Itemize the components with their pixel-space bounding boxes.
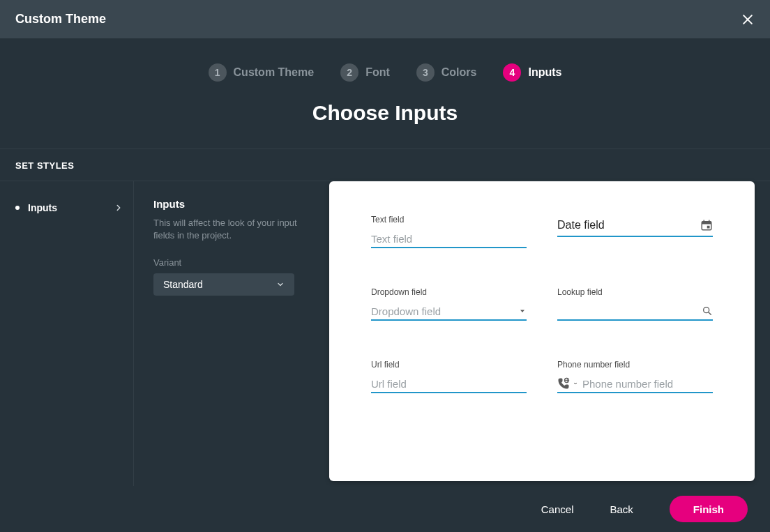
url-input[interactable]: Url field [371, 375, 527, 393]
dropdown-input[interactable]: Dropdown field [371, 303, 527, 321]
step-number: 1 [209, 63, 227, 82]
variant-label: Variant [153, 257, 311, 268]
step-number: 3 [416, 63, 435, 82]
step-label: Colors [441, 66, 477, 79]
field-label: Url field [371, 360, 527, 370]
field-label: Phone number field [557, 360, 713, 370]
field-placeholder: Dropdown field [371, 305, 441, 317]
back-button[interactable]: Back [610, 503, 633, 515]
chevron-down-icon [573, 381, 578, 386]
text-field-preview: Text field Text field [371, 215, 527, 248]
field-label: Text field [371, 215, 527, 225]
svg-rect-1 [702, 222, 711, 225]
dropdown-field-preview: Dropdown field Dropdown field [371, 287, 527, 321]
phone-country-select[interactable] [557, 377, 578, 390]
page-heading: Choose Inputs [312, 101, 458, 125]
lookup-input[interactable] [557, 303, 713, 321]
stepper-area: 1 Custom Theme 2 Font 3 Colors 4 Inputs … [0, 38, 770, 149]
date-field-preview: Date field [557, 215, 713, 248]
field-label: Lookup field [557, 287, 713, 297]
calendar-icon[interactable] [700, 219, 713, 231]
variant-value: Standard [163, 279, 203, 290]
url-field-preview: Url field Url field [371, 360, 527, 393]
config-title: Inputs [153, 198, 311, 210]
custom-theme-modal: Custom Theme 1 Custom Theme 2 Font 3 Col… [0, 0, 770, 532]
field-placeholder: Text field [371, 233, 412, 245]
body: Inputs Inputs This will affect the look … [0, 181, 770, 486]
sidebar-item-inputs[interactable]: Inputs [0, 198, 133, 218]
field-placeholder: Url field [371, 378, 407, 390]
field-placeholder: Phone number field [582, 378, 713, 390]
sidebar-item-label: Inputs [28, 202, 57, 213]
section-bar: SET STYLES [0, 149, 770, 181]
field-value: Date field [557, 219, 605, 231]
svg-line-6 [709, 312, 711, 314]
phone-input[interactable]: Phone number field [557, 375, 713, 393]
config-panel: Inputs This will affect the look of your… [134, 181, 329, 486]
footer: Cancel Back Finish [0, 486, 770, 532]
step-font[interactable]: 2 Font [340, 63, 390, 82]
stepper: 1 Custom Theme 2 Font 3 Colors 4 Inputs [209, 63, 562, 82]
step-colors[interactable]: 3 Colors [416, 63, 477, 82]
bullet-icon [15, 206, 20, 210]
cancel-button[interactable]: Cancel [541, 503, 574, 515]
close-icon [741, 13, 755, 26]
step-label: Inputs [528, 66, 561, 79]
step-custom-theme[interactable]: 1 Custom Theme [209, 63, 315, 82]
phone-field-preview: Phone number field Phone number field [557, 360, 713, 393]
chevron-down-icon [276, 280, 285, 289]
config-description: This will affect the look of your input … [153, 217, 311, 242]
svg-rect-2 [707, 226, 710, 229]
preview-wrap: Text field Text field Date field [329, 181, 770, 486]
field-label: Dropdown field [371, 287, 527, 297]
text-input[interactable]: Text field [371, 230, 527, 248]
sidebar: Inputs [0, 181, 134, 486]
finish-button[interactable]: Finish [670, 496, 748, 522]
date-input[interactable]: Date field [557, 215, 713, 237]
svg-point-5 [704, 307, 709, 313]
search-icon[interactable] [702, 305, 713, 317]
preview-card: Text field Text field Date field [329, 181, 755, 481]
step-label: Custom Theme [234, 66, 315, 79]
step-inputs[interactable]: 4 Inputs [503, 63, 561, 82]
phone-globe-icon [557, 377, 570, 390]
step-number: 4 [503, 63, 521, 82]
step-number: 2 [340, 63, 358, 82]
close-button[interactable] [738, 10, 757, 29]
modal-title: Custom Theme [15, 12, 106, 26]
variant-select[interactable]: Standard [153, 273, 294, 296]
modal-header: Custom Theme [0, 0, 770, 38]
caret-down-icon [518, 305, 527, 317]
chevron-right-icon [114, 203, 123, 213]
lookup-field-preview: Lookup field [557, 287, 713, 321]
step-label: Font [365, 66, 390, 79]
